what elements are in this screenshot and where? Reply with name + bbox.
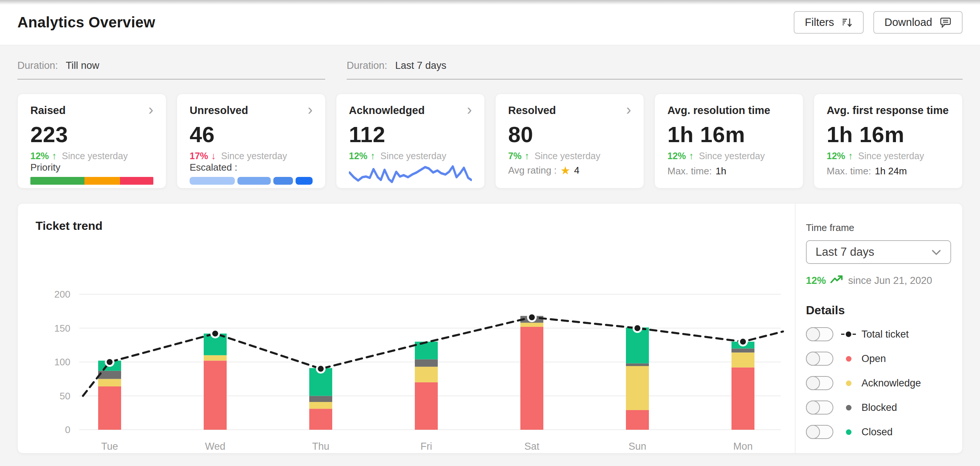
- open-toggle[interactable]: [806, 352, 833, 366]
- closed-toggle[interactable]: [806, 425, 833, 439]
- card-avg-resolution-time: Avg. resolution time 1h 16m 12% ↑ Since …: [654, 94, 803, 189]
- svg-text:Thu: Thu: [312, 441, 329, 452]
- arrow-up-icon: ↑: [525, 150, 529, 162]
- card-delta: 17% ↓ Since yesterday: [189, 150, 313, 162]
- svg-text:50: 50: [60, 390, 70, 402]
- card-delta: 7% ↑ Since yesterday: [508, 150, 631, 162]
- acknowledge-legend-dot: [840, 380, 857, 386]
- star-icon: ★: [560, 164, 570, 177]
- svg-text:Sat: Sat: [525, 441, 539, 452]
- ticket-trend-plot: 050100150200TueWedThuFriSatSunMon: [35, 233, 795, 456]
- avg-rating-label: Avg rating :: [508, 165, 557, 176]
- card-resolved[interactable]: Resolved › 80 7% ↑ Since yesterday Avg r…: [495, 94, 644, 189]
- chevron-right-icon[interactable]: ›: [148, 105, 153, 115]
- toggle-label: Open: [861, 353, 886, 365]
- card-title: Acknowledged: [349, 105, 425, 117]
- card-title: Avg. resolution time: [667, 105, 770, 117]
- filters-button[interactable]: Filters: [794, 11, 864, 34]
- escalated-label: Escalated :: [189, 162, 313, 173]
- card-title: Unresolved: [189, 105, 248, 117]
- details-heading: Details: [806, 304, 951, 317]
- priority-footer: Priority: [30, 162, 153, 185]
- toggle-label: Total ticket: [861, 329, 909, 340]
- svg-text:200: 200: [54, 289, 70, 300]
- svg-text:Wed: Wed: [205, 441, 225, 452]
- toggle-label: Closed: [861, 426, 892, 438]
- toggle-row-acknowledge: Acknowledge: [806, 376, 951, 390]
- trend-percent: 12%: [806, 275, 826, 287]
- svg-text:Fri: Fri: [420, 441, 432, 452]
- svg-text:Mon: Mon: [733, 441, 753, 452]
- filters-button-label: Filters: [805, 16, 834, 29]
- card-avg-first-response-time: Avg. first response time 1h 16m 12% ↑ Si…: [814, 94, 963, 189]
- total-ticket-toggle[interactable]: [806, 327, 833, 341]
- card-value: 112: [349, 122, 472, 147]
- svg-text:0: 0: [65, 424, 70, 435]
- chevron-right-icon[interactable]: ›: [626, 105, 631, 115]
- toggle-row-total-ticket: Total ticket: [806, 327, 951, 342]
- duration-till-now[interactable]: Duration: Till now: [18, 60, 325, 79]
- card-value: 223: [30, 122, 153, 147]
- arrow-down-icon: ↓: [211, 150, 216, 162]
- arrow-up-icon: ↑: [52, 150, 57, 162]
- card-delta: 12% ↑ Since yesterday: [30, 150, 153, 162]
- card-unresolved[interactable]: Unresolved › 46 17% ↓ Since yesterday Es…: [177, 94, 326, 189]
- arrow-up-icon: ↑: [371, 150, 375, 162]
- stat-cards-row: Raised › 223 12% ↑ Since yesterday Prior…: [0, 79, 980, 189]
- avg-rating-value: 4: [574, 165, 579, 176]
- ticket-trend-chart-area: Ticket trend 050100150200TueWedThuFriSat…: [18, 204, 795, 453]
- chevron-down-icon: [931, 246, 942, 259]
- priority-bar: [30, 177, 153, 185]
- sort-filter-icon: [842, 17, 853, 28]
- acknowledged-sparkline: [349, 162, 472, 189]
- toggle-row-closed: Closed: [806, 425, 951, 439]
- time-frame-select[interactable]: Last 7 days: [806, 240, 951, 264]
- duration-label: Duration:: [347, 60, 387, 71]
- duration-value: Last 7 days: [395, 60, 446, 71]
- comment-icon: [940, 17, 951, 28]
- total-ticket-legend-icon: [840, 331, 857, 338]
- blocked-legend-dot: [840, 405, 857, 411]
- chevron-right-icon[interactable]: ›: [467, 105, 472, 115]
- acknowledge-toggle[interactable]: [806, 376, 833, 390]
- page-title: Analytics Overview: [18, 14, 155, 31]
- trend-summary: 12% since Jun 21, 2020: [806, 275, 951, 287]
- card-value: 46: [189, 122, 313, 147]
- duration-last-7-days[interactable]: Duration: Last 7 days: [347, 60, 963, 79]
- max-time-footer: Max. time: 1h 24m: [827, 165, 950, 177]
- ticket-trend-card: Ticket trend 050100150200TueWedThuFriSat…: [18, 203, 963, 453]
- header-actions: Filters Download: [794, 11, 963, 34]
- toggle-row-open: Open: [806, 351, 951, 366]
- max-time-footer: Max. time: 1h: [667, 165, 791, 177]
- escalated-footer: Escalated :: [189, 162, 313, 185]
- svg-text:100: 100: [54, 357, 70, 368]
- card-title: Resolved: [508, 105, 556, 117]
- card-value: 80: [508, 122, 631, 147]
- trend-since-note: since Jun 21, 2020: [848, 275, 932, 287]
- card-delta: 12% ↑ Since yesterday: [667, 150, 791, 162]
- escalated-bar: [189, 177, 313, 185]
- time-frame-label: Time frame: [806, 222, 951, 233]
- duration-value: Till now: [66, 60, 100, 71]
- card-acknowledged[interactable]: Acknowledged › 112 12% ↑ Since yesterday: [336, 94, 485, 189]
- card-title: Raised: [30, 105, 65, 117]
- max-time-label: Max. time:: [827, 165, 871, 177]
- time-frame-value: Last 7 days: [816, 246, 875, 259]
- blocked-toggle[interactable]: [806, 401, 833, 415]
- card-raised[interactable]: Raised › 223 12% ↑ Since yesterday Prior…: [18, 94, 166, 189]
- card-delta: 12% ↑ Since yesterday: [827, 150, 950, 162]
- card-value: 1h 16m: [827, 122, 950, 147]
- chevron-right-icon[interactable]: ›: [308, 105, 313, 115]
- toggle-row-blocked: Blocked: [806, 400, 951, 415]
- max-time-value: 1h: [716, 165, 726, 177]
- trending-up-icon: [830, 275, 844, 287]
- arrow-up-icon: ↑: [689, 150, 694, 162]
- arrow-up-icon: ↑: [848, 150, 853, 162]
- duration-label: Duration:: [18, 60, 58, 71]
- svg-text:Sun: Sun: [628, 441, 646, 452]
- chart-title: Ticket trend: [35, 219, 795, 233]
- card-title: Avg. first response time: [827, 105, 948, 117]
- top-header: Analytics Overview Filters Download: [0, 0, 980, 45]
- max-time-label: Max. time:: [667, 165, 712, 177]
- download-button[interactable]: Download: [873, 11, 963, 34]
